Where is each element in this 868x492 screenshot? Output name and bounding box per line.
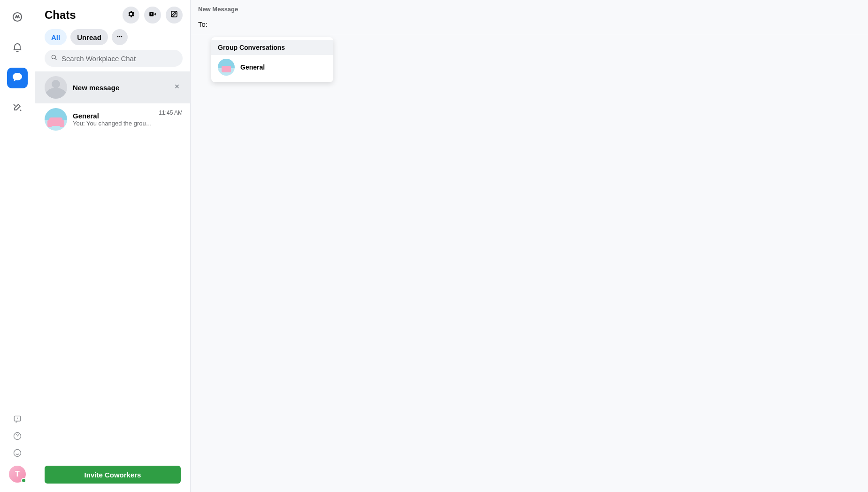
search-field[interactable] <box>45 50 183 67</box>
to-label: To: <box>198 20 207 28</box>
workplace-logo-button[interactable] <box>7 8 28 28</box>
avatar-initial: T <box>15 470 20 478</box>
filter-unread-label: Unread <box>77 33 101 41</box>
invite-coworkers-button[interactable]: Invite Coworkers <box>45 466 181 484</box>
chat-name: General <box>73 112 153 120</box>
smile-icon <box>13 448 22 460</box>
svg-point-7 <box>121 36 123 37</box>
nav-rail: T <box>0 0 35 492</box>
compose-to-row: To: Group Conversations General <box>191 16 868 35</box>
filter-row: All Unread <box>35 27 190 50</box>
svg-rect-4 <box>171 11 177 17</box>
new-video-call-button[interactable] <box>144 7 161 23</box>
chats-sidebar: Chats All Unread <box>35 0 191 492</box>
svg-point-3 <box>14 450 21 457</box>
chats-nav-button[interactable] <box>7 68 28 88</box>
search-icon <box>50 54 58 63</box>
search-wrap <box>35 50 190 71</box>
video-plus-icon <box>148 10 157 20</box>
chat-row-general[interactable]: General You: You changed the group photo… <box>35 103 190 135</box>
compose-icon <box>170 10 178 20</box>
feedback-icon <box>13 414 22 426</box>
compose-header: New Message <box>191 0 868 16</box>
compose-panel: New Message To: Group Conversations Gene… <box>191 0 868 492</box>
tools-icon <box>12 102 23 115</box>
placeholder-avatar <box>45 76 67 99</box>
new-message-row[interactable]: New message <box>35 71 190 103</box>
feedback-button[interactable] <box>12 415 23 425</box>
group-avatar <box>45 108 67 131</box>
filter-all-label: All <box>51 33 60 41</box>
settings-button[interactable] <box>123 7 139 23</box>
chat-bubble-icon <box>12 71 23 85</box>
chat-preview: You: You changed the group photo. <box>73 120 153 127</box>
invite-button-label: Invite Coworkers <box>84 471 141 479</box>
chat-list: New message General You: You changed the… <box>35 71 190 459</box>
chat-row-text: General You: You changed the group photo… <box>73 112 153 127</box>
notifications-button[interactable] <box>7 38 28 58</box>
profile-avatar[interactable]: T <box>9 466 26 483</box>
svg-point-6 <box>119 36 121 37</box>
emoji-status-button[interactable] <box>12 449 23 459</box>
close-icon <box>174 83 180 92</box>
rail-top-group <box>7 8 28 118</box>
svg-point-5 <box>117 36 119 37</box>
workplace-logo-icon <box>12 11 23 24</box>
rail-bottom-group: T <box>9 415 26 492</box>
filter-more-chip[interactable] <box>112 29 128 45</box>
dismiss-new-message-button[interactable] <box>171 82 183 93</box>
sidebar-footer: Invite Coworkers <box>35 459 190 492</box>
compose-body <box>191 35 868 492</box>
chat-row-text: New message <box>73 84 166 92</box>
admin-tools-button[interactable] <box>7 98 28 118</box>
bell-icon <box>12 41 23 55</box>
more-horizontal-icon <box>116 33 123 42</box>
new-message-label: New message <box>73 84 166 92</box>
help-button[interactable] <box>12 432 23 442</box>
page-title: Chats <box>45 8 76 22</box>
chat-timestamp: 11:45 AM <box>159 109 183 116</box>
recipient-input[interactable] <box>212 20 860 28</box>
filter-all-chip[interactable]: All <box>45 29 67 45</box>
compose-button[interactable] <box>166 7 183 23</box>
sidebar-header: Chats <box>35 0 190 27</box>
presence-dot <box>21 478 26 483</box>
filter-unread-chip[interactable]: Unread <box>70 29 108 45</box>
search-input[interactable] <box>61 55 177 62</box>
header-actions <box>123 7 183 23</box>
help-icon <box>13 431 22 443</box>
svg-point-8 <box>52 55 55 59</box>
gear-icon <box>127 10 135 20</box>
